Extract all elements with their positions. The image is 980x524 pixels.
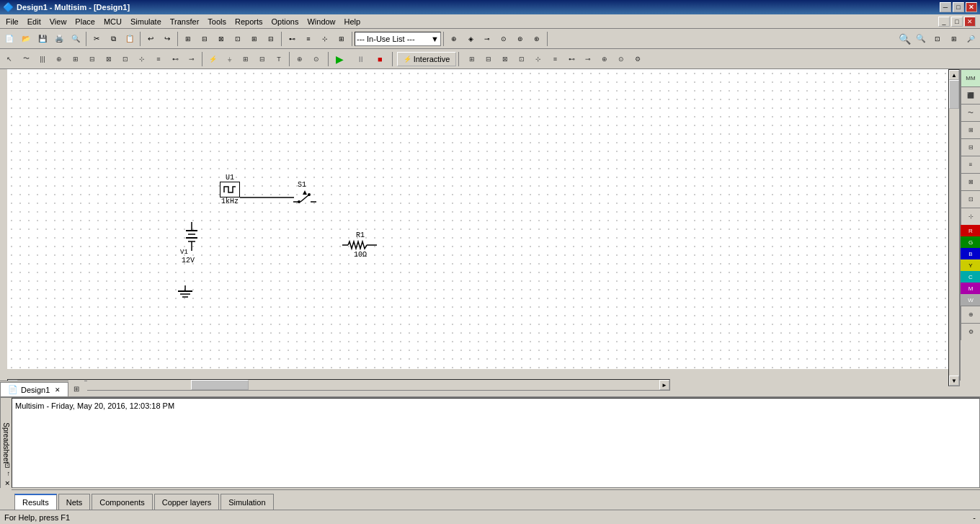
tb2-wire2[interactable]: 〜 bbox=[18, 51, 34, 67]
tb2-junction[interactable]: ⊕ bbox=[51, 51, 67, 67]
scroll-thumb-h[interactable] bbox=[191, 380, 249, 390]
tb-comp8[interactable]: ◈ bbox=[463, 31, 478, 47]
instr-xsp[interactable]: ⊠ bbox=[961, 173, 980, 190]
tb2-label[interactable]: ⊠ bbox=[101, 51, 117, 67]
menu-window[interactable]: Window bbox=[303, 16, 339, 27]
horizontal-scrollbar[interactable]: ◄ ► bbox=[7, 379, 670, 391]
design-view-btn[interactable]: ⊞ bbox=[68, 381, 84, 396]
tb-comp3[interactable]: ⊠ bbox=[213, 31, 229, 47]
tab-components[interactable]: Components bbox=[92, 494, 152, 510]
tb2-probe[interactable]: ⊟ bbox=[84, 51, 100, 67]
menu-help[interactable]: Help bbox=[340, 16, 365, 27]
panel-collapse-btn[interactable]: ✕ bbox=[4, 479, 10, 487]
tb2-annot2[interactable]: ⊙ bbox=[308, 51, 324, 67]
tb2-instr4[interactable]: ⊡ bbox=[514, 51, 530, 67]
inner-max-btn[interactable]: □ bbox=[951, 17, 963, 27]
tb-comp12[interactable]: ⊛ bbox=[529, 31, 545, 47]
tb-save[interactable]: 💾 bbox=[35, 31, 50, 47]
tb2-hier4[interactable]: ⊷ bbox=[167, 51, 183, 67]
vertical-scrollbar[interactable]: ▲ ▼ bbox=[948, 69, 960, 386]
tb-undo[interactable]: ↩ bbox=[143, 31, 159, 47]
component-V1[interactable]: V1 12V bbox=[179, 221, 205, 265]
tb-comp10[interactable]: ⊙ bbox=[496, 31, 512, 47]
minimize-button[interactable]: ─ bbox=[940, 2, 951, 12]
tb2-hier1[interactable]: ⊡ bbox=[117, 51, 133, 67]
instr-xsc[interactable]: ⬛ bbox=[961, 86, 980, 104]
tab-results[interactable]: Results bbox=[14, 494, 57, 510]
tb-print2[interactable]: 🔍 bbox=[68, 31, 84, 47]
component-GND[interactable] bbox=[174, 285, 196, 303]
tb2-text[interactable]: T bbox=[271, 51, 287, 67]
inner-min-btn[interactable]: _ bbox=[938, 17, 950, 27]
tb2-instr3[interactable]: ⊠ bbox=[497, 51, 513, 67]
instr-mm[interactable]: MM bbox=[961, 69, 980, 86]
tb-redo[interactable]: ↪ bbox=[159, 31, 175, 47]
zoom-area-btn[interactable]: 🔎 bbox=[963, 31, 979, 47]
tb-comp2[interactable]: ⊟ bbox=[197, 31, 213, 47]
instr-blu[interactable]: B bbox=[961, 248, 980, 259]
tb-bus[interactable]: ≡ bbox=[300, 31, 316, 47]
tb2-instr9[interactable]: ⊕ bbox=[597, 51, 612, 67]
design-tab-design1[interactable]: 📄 Design1 ✕ bbox=[0, 382, 68, 396]
tab-simulation[interactable]: Simulation bbox=[220, 494, 273, 510]
tb2-instr10[interactable]: ⊙ bbox=[613, 51, 629, 67]
scroll-right-btn[interactable]: ► bbox=[659, 380, 669, 390]
instr-mag[interactable]: M bbox=[961, 283, 980, 294]
menu-file[interactable]: File bbox=[1, 16, 23, 27]
tb-comp9[interactable]: ⊸ bbox=[479, 31, 495, 47]
tb2-hier2[interactable]: ⊹ bbox=[134, 51, 150, 67]
instr-fad[interactable]: ⊕ bbox=[961, 306, 980, 323]
tb2-instr11[interactable]: ⚙ bbox=[630, 51, 646, 67]
component-R1[interactable]: R1 10Ω bbox=[342, 231, 378, 259]
zoom-out-btn[interactable]: 🔍 bbox=[913, 31, 929, 47]
tb2-net3[interactable]: ⊞ bbox=[68, 51, 84, 67]
component-U1[interactable]: U1 1kHz bbox=[220, 174, 240, 205]
tb-open[interactable]: 📂 bbox=[18, 31, 34, 47]
scroll-thumb-v[interactable] bbox=[949, 80, 959, 109]
stop-button[interactable]: ■ bbox=[373, 51, 388, 67]
maximize-button[interactable]: □ bbox=[953, 2, 964, 12]
instr-wht[interactable]: W bbox=[961, 294, 980, 306]
component-S1[interactable]: S1 bbox=[292, 181, 318, 209]
tb2-hier5[interactable]: ⊸ bbox=[184, 51, 200, 67]
instr-xwa[interactable]: ⊟ bbox=[961, 138, 980, 156]
close-button[interactable]: ✕ bbox=[966, 2, 977, 12]
instr-red[interactable]: R bbox=[961, 225, 980, 236]
scroll-down-btn[interactable]: ▼ bbox=[949, 376, 959, 386]
zoom-in-btn[interactable]: 🔍 bbox=[896, 31, 912, 47]
pause-button[interactable]: ⏸ bbox=[352, 51, 370, 67]
tb-cut[interactable]: ✂ bbox=[89, 31, 104, 47]
scroll-up-btn[interactable]: ▲ bbox=[949, 70, 959, 80]
tb-comp4[interactable]: ⊡ bbox=[230, 31, 246, 47]
tb2-instr1[interactable]: ⊞ bbox=[464, 51, 480, 67]
zoom-100-btn[interactable]: ⊞ bbox=[946, 31, 962, 47]
menu-options[interactable]: Options bbox=[267, 16, 303, 27]
tb2-instr7[interactable]: ⊷ bbox=[564, 51, 579, 67]
tb2-instr2[interactable]: ⊟ bbox=[481, 51, 496, 67]
inner-close-btn[interactable]: ✕ bbox=[964, 17, 976, 27]
menu-reports[interactable]: Reports bbox=[231, 16, 267, 27]
in-use-list-dropdown[interactable]: --- In-Use List --- ▼ bbox=[355, 32, 441, 46]
tb2-pointer[interactable]: ↖ bbox=[1, 51, 17, 67]
tb2-gnd[interactable]: ⏚ bbox=[221, 51, 237, 67]
tb-new[interactable]: 📄 bbox=[1, 31, 17, 47]
instr-xla[interactable]: ≡ bbox=[961, 156, 980, 173]
run-button[interactable]: ▶ bbox=[331, 51, 349, 67]
menu-edit[interactable]: Edit bbox=[23, 16, 45, 27]
tb2-sym[interactable]: ⊟ bbox=[254, 51, 270, 67]
interactive-button[interactable]: ⚡ Interactive bbox=[397, 52, 457, 66]
tb-comp7[interactable]: ⊕ bbox=[446, 31, 462, 47]
panel-expand-btn[interactable]: ↓ bbox=[7, 471, 11, 478]
menu-tools[interactable]: Tools bbox=[203, 16, 231, 27]
instr-grn[interactable]: G bbox=[961, 236, 980, 248]
tb-comp11[interactable]: ⊚ bbox=[512, 31, 528, 47]
panel-float-btn[interactable]: ⊡ bbox=[4, 462, 10, 469]
tb2-bus2[interactable]: ||| bbox=[35, 51, 50, 67]
tb-copy[interactable]: ⧉ bbox=[105, 31, 121, 47]
schematic-canvas[interactable]: U1 1kHz S1 bbox=[7, 69, 948, 369]
menu-mcu[interactable]: MCU bbox=[99, 16, 126, 27]
tb2-instr6[interactable]: ≡ bbox=[547, 51, 563, 67]
instr-yel[interactable]: Y bbox=[961, 259, 980, 271]
tb2-annot1[interactable]: ⊕ bbox=[292, 51, 308, 67]
instr-mac[interactable]: ⚙ bbox=[961, 323, 980, 340]
